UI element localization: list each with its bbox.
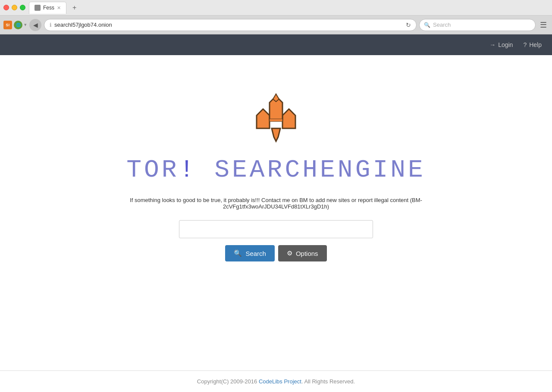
login-icon: →	[489, 41, 496, 48]
ext-dropdown[interactable]: ▾	[24, 22, 27, 28]
browser-search-text: Search	[433, 22, 451, 28]
info-icon: ℹ	[50, 22, 52, 28]
title-exclaim: !	[179, 156, 197, 184]
help-link[interactable]: ? Help	[523, 41, 542, 48]
address-bar[interactable]: ℹ searchl57jlgob74.onion ↻	[44, 19, 417, 31]
footer-codelibs-label: CodeLibs Project	[259, 378, 301, 385]
close-button[interactable]	[3, 5, 9, 10]
options-button-label: Options	[296, 250, 318, 257]
browser-menu-button[interactable]: ☰	[538, 20, 549, 30]
search-icon: 🔍	[424, 22, 430, 28]
new-tab-button[interactable]: +	[70, 4, 79, 12]
minimize-button[interactable]	[12, 5, 17, 10]
search-button-icon: 🔍	[234, 249, 242, 257]
page-nav: → Login ? Help	[0, 34, 552, 55]
browser-frame: Fess ✕ + S! 🌐 ▾ ◀ ℹ searchl57jlgob74.oni…	[0, 0, 552, 392]
tab-icon	[34, 5, 41, 11]
browser-search-bar[interactable]: 🔍 Search	[419, 19, 536, 31]
extension-icons: S! 🌐 ▾	[3, 21, 27, 29]
login-link[interactable]: → Login	[489, 41, 513, 48]
footer: Copyright(C) 2009-2016 CodeLibs Project …	[0, 370, 552, 392]
svg-marker-1	[282, 109, 295, 128]
browser-tab[interactable]: Fess ✕	[29, 2, 66, 14]
main-content: Tor! SearchEngine If something looks to …	[0, 55, 552, 279]
reload-button[interactable]: ↻	[406, 22, 411, 28]
footer-rights: . All Rights Reserved.	[301, 378, 355, 385]
title-part2: SearchEngine	[214, 156, 426, 184]
title-bar: Fess ✕ +	[0, 0, 552, 16]
fullscreen-button[interactable]	[20, 5, 25, 10]
footer-codelibs-link[interactable]: CodeLibs Project	[259, 378, 301, 385]
site-logo	[248, 90, 304, 146]
ext-icon-2[interactable]: 🌐	[14, 21, 22, 29]
footer-copyright: Copyright(C) 2009-2016	[197, 378, 257, 385]
help-icon: ?	[523, 41, 527, 48]
address-text: searchl57jlgob74.onion	[54, 22, 403, 28]
login-label: Login	[498, 41, 513, 48]
traffic-lights	[3, 5, 25, 10]
site-title: Tor! SearchEngine	[126, 156, 426, 184]
button-row: 🔍 Search ⚙ Options	[225, 245, 326, 261]
search-input[interactable]	[179, 220, 373, 238]
svg-rect-4	[270, 119, 282, 121]
disclaimer-text: If something looks to good to be true, i…	[104, 197, 448, 210]
nav-bar: S! 🌐 ▾ ◀ ℹ searchl57jlgob74.onion ↻ 🔍 Se…	[0, 16, 552, 34]
options-button[interactable]: ⚙ Options	[278, 245, 327, 261]
search-button[interactable]: 🔍 Search	[225, 245, 275, 261]
title-part1: Tor	[126, 156, 179, 184]
help-label: Help	[529, 41, 542, 48]
tab-close-button[interactable]: ✕	[57, 5, 61, 11]
logo-container	[248, 90, 304, 147]
options-button-icon: ⚙	[287, 249, 292, 257]
search-button-label: Search	[245, 250, 266, 257]
svg-marker-0	[257, 109, 270, 128]
back-button[interactable]: ◀	[29, 19, 41, 31]
ext-icon-1[interactable]: S!	[3, 21, 12, 29]
tab-title: Fess	[43, 5, 54, 11]
svg-marker-3	[272, 128, 280, 141]
